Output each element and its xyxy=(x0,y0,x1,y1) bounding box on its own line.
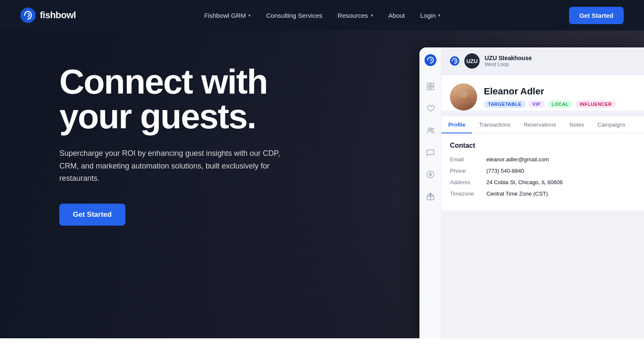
app-screenshot-panel: UZU UZU Steakhouse West Loop Eleanor Adl… xyxy=(419,47,644,338)
hero-get-started-button[interactable]: Get Started xyxy=(59,204,125,226)
restaurant-location: West Loop xyxy=(485,61,532,67)
nav-about[interactable]: About xyxy=(389,12,405,19)
guest-name: Eleanor Adler xyxy=(484,86,616,97)
svg-point-1 xyxy=(425,54,436,66)
tab-reservations[interactable]: Reservations xyxy=(517,116,563,133)
sidebar-gift-icon[interactable] xyxy=(424,190,437,203)
contact-phone-value: (773) 540-8840 xyxy=(486,168,524,174)
tag-targetable: TARGETABLE xyxy=(484,100,526,108)
contact-email-label: Email xyxy=(450,156,480,163)
tag-influencer: INFLUENCER xyxy=(575,100,616,108)
app-sidebar xyxy=(419,47,441,338)
svg-rect-4 xyxy=(427,87,430,90)
contact-timezone-value: Central Time Zone (CST) xyxy=(486,191,548,197)
contact-email-value: eleanor.adler@gmail.com xyxy=(486,156,549,163)
guest-header: Eleanor Adler TARGETABLE VIP LOCAL INFLU… xyxy=(450,83,636,111)
contact-section-title: Contact xyxy=(450,142,636,149)
svg-point-11 xyxy=(450,56,459,66)
guest-avatar xyxy=(450,83,477,111)
logo[interactable]: fishbowl xyxy=(20,8,76,23)
svg-rect-3 xyxy=(431,83,434,86)
contact-address-label: Address xyxy=(450,179,480,185)
svg-point-6 xyxy=(428,128,431,130)
tab-profile[interactable]: Profile xyxy=(441,116,472,133)
profile-tabs: Profile Transactions Reservations Notes … xyxy=(441,116,644,133)
guest-tags: TARGETABLE VIP LOCAL INFLUENCER xyxy=(484,100,616,108)
tab-campaigns[interactable]: Campaigns xyxy=(591,116,632,133)
nav-fishbowl-grm[interactable]: Fishbowl GRM ▾ xyxy=(204,12,251,19)
sidebar-heart-icon[interactable] xyxy=(424,102,437,115)
chevron-down-icon: ▾ xyxy=(248,13,251,18)
sidebar-grid-icon[interactable] xyxy=(424,80,437,93)
nav-resources[interactable]: Resources ▾ xyxy=(338,12,373,19)
hero-subtitle: Supercharge your ROI by enhancing guest … xyxy=(59,147,288,185)
chevron-down-icon: ▾ xyxy=(438,13,441,18)
tag-vip: VIP xyxy=(528,100,545,108)
tag-local: LOCAL xyxy=(547,100,573,108)
guest-profile: Eleanor Adler TARGETABLE VIP LOCAL INFLU… xyxy=(441,75,644,111)
contact-timezone-row: Timezone Central Time Zone (CST) xyxy=(450,191,636,197)
tab-notes[interactable]: Notes xyxy=(563,116,591,133)
sidebar-users-icon[interactable] xyxy=(424,124,437,137)
navbar-right: Get Started xyxy=(569,7,624,24)
svg-rect-5 xyxy=(431,87,434,90)
navbar: fishbowl Fishbowl GRM ▾ Consulting Servi… xyxy=(0,0,644,30)
restaurant-info: UZU Steakhouse West Loop xyxy=(485,55,532,67)
app-header-logo-icon xyxy=(450,56,459,66)
chevron-down-icon: ▾ xyxy=(371,13,373,18)
guest-info: Eleanor Adler TARGETABLE VIP LOCAL INFLU… xyxy=(484,86,616,108)
svg-rect-2 xyxy=(427,83,430,86)
restaurant-name: UZU Steakhouse xyxy=(485,55,532,61)
sidebar-dollar-icon[interactable] xyxy=(424,168,437,181)
app-logo-icon xyxy=(425,54,436,66)
contact-phone-label: Phone xyxy=(450,168,480,174)
below-hero-section xyxy=(0,338,644,362)
svg-point-0 xyxy=(20,8,36,23)
svg-point-7 xyxy=(431,128,433,130)
app-main-content: UZU UZU Steakhouse West Loop Eleanor Adl… xyxy=(441,47,644,338)
contact-address-row: Address 24 Cobia St, Chicago, IL 60606 xyxy=(450,179,636,185)
nav-menu: Fishbowl GRM ▾ Consulting Services Resou… xyxy=(204,12,441,19)
contact-timezone-label: Timezone xyxy=(450,191,480,197)
hero-title: Connect with your guests. xyxy=(59,64,297,134)
navbar-get-started-button[interactable]: Get Started xyxy=(569,7,624,24)
restaurant-header: UZU UZU Steakhouse West Loop xyxy=(441,47,644,75)
hero-content: Connect with your guests. Supercharge yo… xyxy=(0,30,297,226)
hero-section: Connect with your guests. Supercharge yo… xyxy=(0,30,644,338)
fishbowl-logo-icon xyxy=(20,8,36,23)
contact-phone-row: Phone (773) 540-8840 xyxy=(450,168,636,174)
nav-consulting-services[interactable]: Consulting Services xyxy=(266,12,322,19)
tab-transactions[interactable]: Transactions xyxy=(472,116,517,133)
logo-text: fishbowl xyxy=(40,10,76,21)
contact-address-value: 24 Cobia St, Chicago, IL 60606 xyxy=(486,179,563,185)
restaurant-avatar: UZU xyxy=(464,53,480,69)
contact-section: Contact Email eleanor.adler@gmail.com Ph… xyxy=(441,133,644,210)
contact-email-row: Email eleanor.adler@gmail.com xyxy=(450,156,636,163)
sidebar-chat-icon[interactable] xyxy=(424,146,437,159)
nav-login[interactable]: Login ▾ xyxy=(420,12,441,19)
